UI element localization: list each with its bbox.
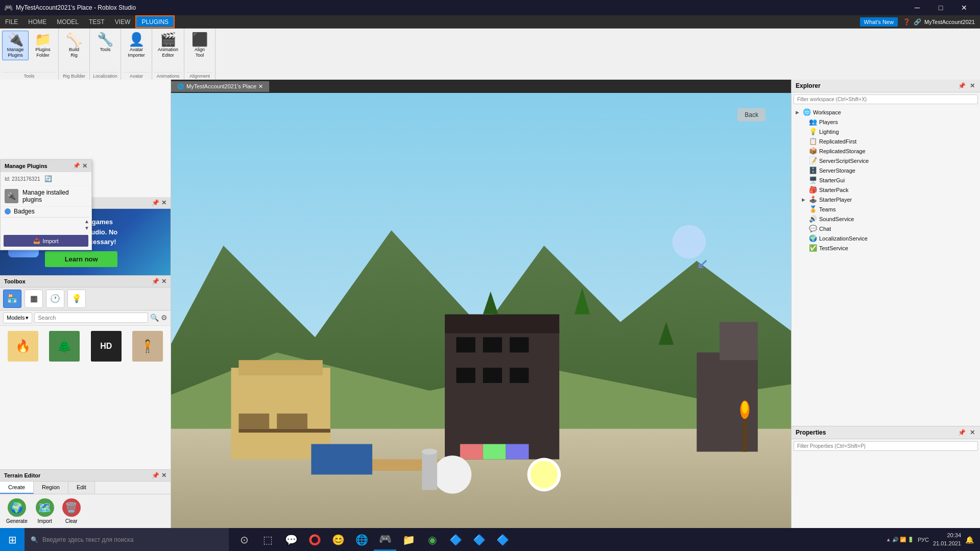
filter-icon[interactable]: ⚙ bbox=[161, 314, 168, 322]
taskbar-icon-app1[interactable]: 🔷 bbox=[444, 528, 467, 551]
terrain-close-icon[interactable]: ✕ bbox=[161, 472, 166, 479]
properties-filter-input[interactable] bbox=[794, 441, 978, 451]
menu-plugins[interactable]: PLUGINS bbox=[135, 15, 175, 28]
taskbar-icon-roblox[interactable]: 🎮 bbox=[374, 528, 396, 551]
notifications-icon[interactable]: 🔔 bbox=[965, 536, 974, 544]
tree-item-starterpack[interactable]: 🎒 StarterPack bbox=[792, 185, 980, 195]
svg-rect-26 bbox=[311, 444, 372, 475]
menu-view[interactable]: VIEW bbox=[110, 15, 136, 28]
tree-item-players[interactable]: 👥 Players bbox=[792, 117, 980, 127]
scroll-up-btn[interactable]: ▲ bbox=[84, 219, 89, 224]
properties-pin-icon[interactable]: 📌 bbox=[957, 429, 967, 436]
tree-item-replicatedstorage[interactable]: 📦 ReplicatedStorage bbox=[792, 146, 980, 156]
generate-action[interactable]: 🌍 Generate bbox=[6, 498, 28, 524]
toolbox-item-4[interactable]: 🧍 bbox=[128, 329, 168, 467]
tree-item-testservice[interactable]: ✅ TestService bbox=[792, 243, 980, 253]
taskbar-icon-cortana[interactable]: ⊙ bbox=[233, 528, 255, 551]
search-icon[interactable]: 🔍 bbox=[150, 314, 159, 322]
tutorials-pin-icon[interactable]: 📌 bbox=[152, 199, 159, 206]
category-select[interactable]: Models ▾ bbox=[3, 313, 32, 323]
main-layout: Manage Plugins 📌 ✕ Id: 2313176321 🔄 🔌 Ma… bbox=[0, 80, 980, 528]
properties-close-icon[interactable]: ✕ bbox=[969, 429, 976, 436]
tools-button[interactable]: 🔧 Tools bbox=[92, 31, 118, 55]
toolbox-pin-icon[interactable]: 📌 bbox=[152, 278, 159, 285]
menu-model[interactable]: MODEL bbox=[52, 15, 84, 28]
tree-item-lighting[interactable]: 💡 Lighting bbox=[792, 127, 980, 136]
share-icon[interactable]: 🔗 bbox=[914, 18, 921, 26]
taskbar-search[interactable]: 🔍 Введите здесь текст для поиска bbox=[25, 528, 229, 551]
explorer-pin-icon[interactable]: 📌 bbox=[957, 82, 967, 89]
svg-rect-17 bbox=[697, 352, 758, 451]
toolbox-tab-store[interactable]: 🏪 bbox=[3, 290, 21, 308]
tree-item-replicatedfirst[interactable]: 📋 ReplicatedFirst bbox=[792, 136, 980, 146]
ribbon-group-avatar: 👤 AvatarImporter Avatar bbox=[121, 29, 152, 80]
taskbar-icon-skype[interactable]: 💬 bbox=[280, 528, 302, 551]
tree-item-teams[interactable]: 🏅 Teams bbox=[792, 204, 980, 214]
minimize-button[interactable]: ─ bbox=[905, 0, 929, 15]
tree-item-chat[interactable]: 💬 Chat bbox=[792, 224, 980, 233]
explorer-filter-input[interactable] bbox=[794, 94, 978, 104]
tree-item-startergui[interactable]: 🖥️ StarterGui bbox=[792, 175, 980, 185]
manage-plugins-button[interactable]: 🔌 ManagePlugins bbox=[2, 31, 29, 60]
tree-item-serverscriptservice[interactable]: 📝 ServerScriptService bbox=[792, 156, 980, 165]
svg-rect-16 bbox=[510, 368, 529, 383]
taskbar-icon-app2[interactable]: 🔷 bbox=[468, 528, 490, 551]
toolbox-item-1[interactable]: 🔥 bbox=[3, 329, 43, 467]
taskbar-clock[interactable]: 20:34 21.01.2021 bbox=[933, 532, 961, 547]
avatar-importer-button[interactable]: 👤 AvatarImporter bbox=[123, 31, 150, 60]
back-button[interactable]: Back bbox=[737, 108, 766, 122]
taskbar-icon-explorer[interactable]: 📁 bbox=[397, 528, 420, 551]
import-button[interactable]: 📥 Import bbox=[4, 235, 88, 247]
viewport-tab[interactable]: 🌐 MyTestAccount2021's Place ✕ bbox=[171, 81, 270, 92]
tutorials-close-icon[interactable]: ✕ bbox=[161, 199, 166, 206]
terrain-tab-edit[interactable]: Edit bbox=[68, 482, 95, 494]
viewport: 🌐 MyTestAccount2021's Place ✕ bbox=[171, 80, 791, 528]
starterpack-label: StarterPack bbox=[819, 187, 848, 193]
animation-editor-button[interactable]: 🎬 AnimationEditor bbox=[154, 31, 182, 60]
close-button[interactable]: ✕ bbox=[952, 0, 976, 15]
manage-close-button[interactable]: ✕ bbox=[82, 162, 87, 170]
toolbox-item-2[interactable]: 🌲 bbox=[45, 329, 85, 467]
explorer-close-icon[interactable]: ✕ bbox=[969, 82, 976, 89]
menu-home[interactable]: HOME bbox=[23, 15, 52, 28]
whats-new-button[interactable]: What's New bbox=[860, 17, 898, 27]
tree-item-starterplayer[interactable]: ▶ 🕹️ StarterPlayer bbox=[792, 195, 980, 204]
toolbox-tab-grid[interactable]: ▦ bbox=[25, 290, 43, 308]
taskbar-icon-taskview[interactable]: ⬚ bbox=[256, 528, 279, 551]
scroll-down-btn[interactable]: ▼ bbox=[84, 225, 89, 231]
tree-item-soundservice[interactable]: 🔊 SoundService bbox=[792, 214, 980, 224]
serverstorage-label: ServerStorage bbox=[819, 167, 855, 174]
maximize-button[interactable]: □ bbox=[929, 0, 952, 15]
align-tool-button[interactable]: ⬛ AlignTool bbox=[186, 31, 213, 60]
refresh-icon[interactable]: 🔄 bbox=[44, 175, 52, 182]
viewport-tab-close-icon[interactable]: ✕ bbox=[258, 83, 263, 90]
clear-action[interactable]: 🗑️ Clear bbox=[62, 498, 81, 524]
manage-pin-icon[interactable]: 📌 bbox=[73, 162, 80, 170]
menu-test[interactable]: TEST bbox=[84, 15, 110, 28]
scene-canvas[interactable]: ↙ Back bbox=[171, 93, 791, 528]
tree-item-workspace[interactable]: ▶ 🌐 Workspace bbox=[792, 107, 980, 117]
taskbar-icon-opera[interactable]: ⭕ bbox=[303, 528, 326, 551]
toolbox-close-icon[interactable]: ✕ bbox=[161, 278, 166, 285]
manage-plugin-item[interactable]: 🔌 Manage installed plugins bbox=[1, 186, 91, 207]
taskbar-icon-chrome[interactable]: ◉ bbox=[421, 528, 443, 551]
terrain-tab-region[interactable]: Region bbox=[34, 482, 68, 494]
import-action[interactable]: 🗺️ Import bbox=[36, 498, 54, 524]
terrain-pin-icon[interactable]: 📌 bbox=[152, 472, 159, 479]
start-button[interactable]: ⊞ bbox=[0, 528, 25, 551]
toolbox-tab-recent[interactable]: 🕐 bbox=[46, 290, 64, 308]
terrain-tab-create[interactable]: Create bbox=[0, 482, 34, 494]
taskbar-icon-browser[interactable]: 🌐 bbox=[350, 528, 373, 551]
toolbox-search-input[interactable] bbox=[34, 313, 148, 323]
menu-file[interactable]: FILE bbox=[0, 15, 23, 28]
learn-now-button[interactable]: Learn now bbox=[45, 251, 117, 267]
tree-item-localizationservice[interactable]: 🌍 LocalizationService bbox=[792, 233, 980, 243]
toolbox-item-3[interactable]: HD bbox=[86, 329, 126, 467]
plugins-folder-button[interactable]: 📁 PluginsFolder bbox=[30, 31, 56, 60]
tree-item-serverstorage[interactable]: 🗄️ ServerStorage bbox=[792, 165, 980, 175]
help-icon[interactable]: ❓ bbox=[903, 18, 911, 26]
build-rig-button[interactable]: 🦴 BuildRig bbox=[61, 31, 87, 60]
taskbar-icon-app3[interactable]: 🔷 bbox=[491, 528, 514, 551]
taskbar-icon-emoji[interactable]: 😊 bbox=[327, 528, 349, 551]
toolbox-tab-light[interactable]: 💡 bbox=[67, 290, 86, 308]
